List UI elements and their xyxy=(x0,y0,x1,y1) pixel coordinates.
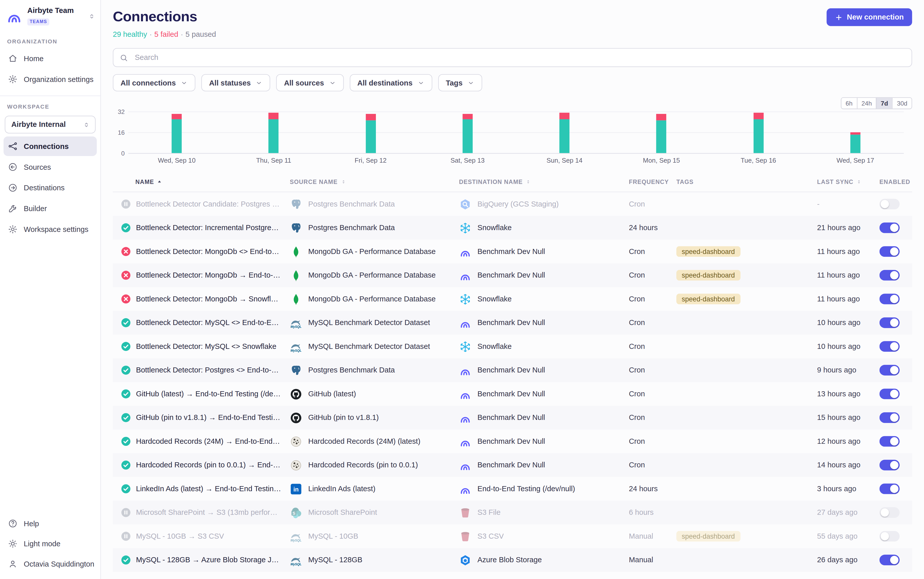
sidebar-item-user[interactable]: Octavia Squiddington xyxy=(3,554,97,574)
time-range-30d[interactable]: 30d xyxy=(892,98,912,109)
connection-row[interactable]: LinkedIn Ads (latest) → End-to-End Testi… xyxy=(113,477,912,501)
time-range-7d[interactable]: 7d xyxy=(876,98,892,109)
bar-succeeded-segment xyxy=(560,119,569,153)
new-connection-button[interactable]: New connection xyxy=(827,8,912,26)
time-range-6h[interactable]: 6h xyxy=(842,98,857,109)
tags-cell: speed-dashboard xyxy=(676,531,817,542)
connection-row[interactable]: Bottleneck Detector: MongoDb <> End-to-E… xyxy=(113,240,912,263)
chart-bar xyxy=(753,113,763,153)
filter-tags[interactable]: Tags xyxy=(438,74,483,92)
azure-icon xyxy=(459,554,471,566)
success-status-icon xyxy=(121,555,131,564)
paused-status-icon xyxy=(121,508,131,517)
sidebar-item-home[interactable]: Home xyxy=(3,49,97,68)
filter-all-destinations[interactable]: All destinations xyxy=(350,74,432,92)
toggle-knob xyxy=(890,319,899,327)
frequency: Cron xyxy=(629,366,676,375)
mysql-icon: MySQL xyxy=(290,530,302,543)
sidebar-item-sources[interactable]: Sources xyxy=(3,157,97,177)
chart-bar-column xyxy=(516,112,613,153)
connection-row[interactable]: Bottleneck Detector: Incremental Postgre… xyxy=(113,216,912,240)
bar-succeeded-segment xyxy=(656,121,666,153)
sidebar-item-light-mode[interactable]: Light mode xyxy=(3,534,97,553)
connection-row[interactable]: GitHub (latest) → End-to-End Testing (/d… xyxy=(113,382,912,406)
sharepoint-icon: S xyxy=(290,506,302,518)
time-range-24h[interactable]: 24h xyxy=(857,98,876,109)
sidebar-item-connections[interactable]: Connections xyxy=(3,136,97,156)
connection-row[interactable]: Hardcoded Records (pin to 0.0.1) → End-t… xyxy=(113,453,912,477)
filter-all-connections[interactable]: All connections xyxy=(113,74,195,92)
workspace-selector[interactable]: Airbyte Internal xyxy=(5,116,96,134)
source-name: Postgres Benchmark Data xyxy=(308,224,395,232)
enabled-toggle[interactable] xyxy=(880,436,899,447)
enabled-toggle[interactable] xyxy=(880,412,899,423)
separator: · xyxy=(181,30,183,39)
enabled-toggle[interactable] xyxy=(880,365,899,376)
bar-succeeded-segment xyxy=(269,119,279,153)
enabled-toggle[interactable] xyxy=(880,483,899,494)
connection-row[interactable]: Bottleneck Detector: MySQL <> Snowflake … xyxy=(113,335,912,358)
airbyte-icon xyxy=(459,388,471,400)
sidebar-item-workspace-settings[interactable]: Workspace settings xyxy=(3,219,97,239)
connection-row[interactable]: Bottleneck Detector: MongoDb → Snowflake… xyxy=(113,287,912,311)
enabled-toggle[interactable] xyxy=(880,554,899,565)
col-header-name[interactable]: NAME xyxy=(113,178,290,185)
destination-name: Benchmark Dev Null xyxy=(478,437,545,445)
airbyte-icon xyxy=(459,483,471,495)
svg-text:in: in xyxy=(293,486,299,492)
enabled-toggle[interactable] xyxy=(880,507,899,518)
connection-row[interactable]: GitHub (pin to v1.8.1) → End-to-End Test… xyxy=(113,406,912,430)
connection-row[interactable]: Hardcoded Records (24M) → End-to-End Te.… xyxy=(113,430,912,453)
source-name: GitHub (pin to v1.8.1) xyxy=(308,414,379,422)
filter-label: All statuses xyxy=(209,79,251,87)
col-label: SOURCE NAME xyxy=(290,178,338,185)
svg-text:MySQL: MySQL xyxy=(290,562,302,566)
enabled-toggle[interactable] xyxy=(880,294,899,304)
sidebar-item-destinations[interactable]: Destinations xyxy=(3,178,97,197)
enabled-toggle[interactable] xyxy=(880,388,899,399)
enabled-toggle[interactable] xyxy=(880,460,899,470)
sidebar-item-organization-settings[interactable]: Organization settings xyxy=(3,70,97,89)
frequency: Cron xyxy=(629,200,676,208)
col-header-last-sync[interactable]: LAST SYNC xyxy=(817,178,879,185)
paused-count: 5 paused xyxy=(185,30,216,39)
col-header-destination-name[interactable]: DESTINATION NAME xyxy=(459,178,629,185)
enabled-toggle[interactable] xyxy=(880,246,899,257)
enabled-toggle[interactable] xyxy=(880,317,899,328)
connection-row[interactable]: Bottleneck Detector: Postgres <> End-to-… xyxy=(113,358,912,382)
frequency: 24 hours xyxy=(629,485,676,493)
enabled-toggle[interactable] xyxy=(880,199,899,209)
connection-name: GitHub (latest) → End-to-End Testing (/d… xyxy=(136,390,281,398)
org-name: Airbyte Team xyxy=(28,7,83,15)
sidebar-item-builder[interactable]: Builder xyxy=(3,199,97,218)
connection-row[interactable]: MySQL - 10GB → S3 CSV MySQL MySQL - 10GB… xyxy=(113,525,912,548)
connection-row[interactable]: Microsoft SharePoint → S3 (13mb performa… xyxy=(113,500,912,525)
org-switcher[interactable]: Airbyte Team TEAMS xyxy=(0,0,100,31)
enabled-toggle[interactable] xyxy=(880,531,899,542)
enabled-toggle[interactable] xyxy=(880,270,899,281)
connection-row[interactable]: MySQL - 128GB → Azure Blob Storage JSON … xyxy=(113,548,912,572)
sidebar-item-help[interactable]: Help xyxy=(3,514,97,533)
destination-name: Snowflake xyxy=(478,342,512,351)
enabled-toggle[interactable] xyxy=(880,222,899,233)
col-header-source-name[interactable]: SOURCE NAME xyxy=(290,178,459,185)
chart-x-label: Sat, Sep 13 xyxy=(419,157,516,164)
filter-all-statuses[interactable]: All statuses xyxy=(202,74,271,92)
enabled-toggle[interactable] xyxy=(880,341,899,352)
sidebar: Airbyte Team TEAMS ORGANIZATION Home Org… xyxy=(0,0,101,579)
frequency: Cron xyxy=(629,414,676,422)
filter-all-sources[interactable]: All sources xyxy=(276,74,344,92)
last-sync: 11 hours ago xyxy=(817,295,879,303)
connection-row[interactable]: Bottleneck Detector: MongoDb → End-to-En… xyxy=(113,263,912,287)
source-name: Postgres Benchmark Data xyxy=(308,200,395,208)
page-title: Connections xyxy=(113,8,197,25)
success-status-icon xyxy=(121,318,131,327)
connection-row[interactable]: Bottleneck Detector Candidate: Postgres … xyxy=(113,192,912,216)
col-label: NAME xyxy=(135,178,154,185)
mysql-icon: MySQL xyxy=(290,554,302,566)
airbyte-icon xyxy=(459,411,471,424)
chart-bar-column xyxy=(128,112,225,153)
connection-row[interactable]: Bottleneck Detector: MySQL <> End-to-End… xyxy=(113,311,912,335)
last-sync: 15 hours ago xyxy=(817,414,879,422)
search-input[interactable] xyxy=(134,53,906,62)
